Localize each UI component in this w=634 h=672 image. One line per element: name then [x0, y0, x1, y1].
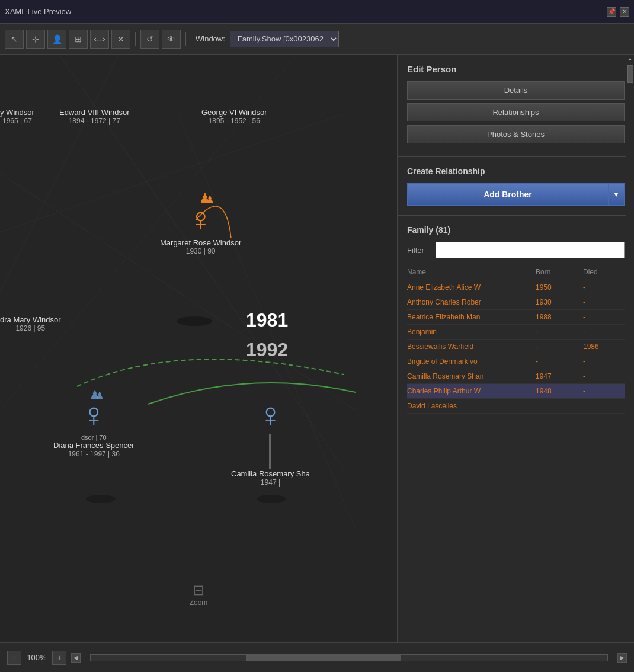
family-rows-container: Anne Elizabeth Alice W 1950 - Anthony Ch…: [407, 280, 625, 414]
person-node-3[interactable]: George VI Windsor 1895 - 1952 | 56: [201, 108, 267, 125]
scrollbar-thumb[interactable]: [246, 655, 401, 661]
year-1981: 1981: [246, 309, 288, 331]
svg-line-2: [0, 55, 119, 292]
table-row[interactable]: Birgitte of Denmark vo - -: [407, 354, 625, 369]
scroll-thumb[interactable]: [627, 65, 633, 83]
table-row[interactable]: Camilla Rosemary Shan 1947 -: [407, 369, 625, 384]
group-tool-button[interactable]: 👤: [47, 30, 66, 49]
title-bar: XAML Live Preview 📌 ✕: [0, 0, 634, 24]
details-button[interactable]: Details: [407, 81, 625, 100]
svg-point-6: [177, 316, 212, 326]
toolbar: ↖ ⊹ 👤 ⊞ ⟺ ✕ ↺ 👁 Window: Family.Show [0x0…: [0, 24, 634, 55]
pin-button[interactable]: 📌: [607, 7, 616, 17]
zoom-level: 100%: [26, 653, 47, 662]
table-row[interactable]: Beatrice Elizabeth Man 1988 -: [407, 310, 625, 325]
add-brother-container: Add Brother ▼: [407, 183, 625, 206]
year-1992: 1992: [246, 339, 288, 361]
preview-button[interactable]: 👁: [162, 30, 181, 49]
filter-label: Filter: [407, 246, 431, 255]
col-name: Name: [407, 268, 536, 276]
scroll-right-arrow[interactable]: ▶: [617, 653, 627, 663]
filter-input[interactable]: [436, 242, 625, 258]
table-row[interactable]: Anthony Charles Rober 1930 -: [407, 295, 625, 310]
person-node-5[interactable]: dra Mary Windsor 1926 | 95: [0, 315, 61, 332]
zoom-in-button[interactable]: +: [52, 651, 66, 665]
right-panel: Edit Person Details Relationships Photos…: [397, 55, 634, 642]
svg-point-8: [257, 495, 286, 503]
zoom-out-button[interactable]: −: [7, 651, 21, 665]
create-relationship-section: Create Relationship Add Brother ▼: [398, 157, 634, 216]
canvas-area[interactable]: y Windsor 1965 | 67 Edward VIII Windsor …: [0, 55, 397, 642]
cursor-tool-button[interactable]: ↖: [5, 30, 24, 49]
undo-button[interactable]: ↺: [140, 30, 159, 49]
table-header: Name Born Died: [407, 265, 625, 279]
table-row[interactable]: Anne Elizabeth Alice W 1950 -: [407, 280, 625, 295]
person-node-2[interactable]: Edward VIII Windsor 1894 - 1972 | 77: [59, 108, 130, 125]
canvas-svg: [0, 55, 397, 642]
relationships-button[interactable]: Relationships: [407, 103, 625, 121]
photos-stories-button[interactable]: Photos & Stories: [407, 125, 625, 143]
separator: [135, 32, 136, 46]
col-born: Born: [536, 268, 583, 276]
person-node-1[interactable]: y Windsor 1965 | 67: [0, 108, 34, 125]
window-label: Window:: [196, 34, 225, 43]
col-died: Died: [583, 268, 625, 276]
table-row[interactable]: Benjamin - -: [407, 325, 625, 340]
edit-person-title: Edit Person: [407, 64, 625, 74]
family-title: Family (81): [407, 225, 625, 235]
person-node-camilla[interactable]: ♀ Camilla Rosemary Sha 1947 |: [231, 398, 310, 487]
close-button[interactable]: ✕: [620, 7, 629, 17]
svg-point-7: [86, 495, 116, 503]
table-row[interactable]: Charles Philip Arthur W 1948 -: [407, 384, 625, 399]
bottom-bar: − 100% + ◀ ▶: [0, 642, 634, 672]
layout-tool-button[interactable]: ⊞: [69, 30, 88, 49]
title-controls: 📌 ✕: [607, 7, 629, 17]
zoom-widget: ⊟ Zoom: [190, 582, 208, 607]
add-brother-button[interactable]: Add Brother: [407, 183, 608, 206]
scroll-left-arrow[interactable]: ◀: [71, 653, 81, 663]
person-node-diana[interactable]: ♟ ♟ ♀ dsor | 70 Diana Frances Spencer 19…: [53, 398, 135, 458]
create-relationship-title: Create Relationship: [407, 167, 625, 176]
separator2: [185, 32, 186, 46]
right-scrollbar: ▲: [626, 55, 634, 613]
person-node-margaret[interactable]: ♟ ♟ ♀ Margaret Rose Windsor 1930 | 90: [160, 203, 241, 255]
main-area: y Windsor 1965 | 67 Edward VIII Windsor …: [0, 55, 634, 642]
window-select[interactable]: Family.Show [0x0023062: [230, 31, 339, 47]
scroll-up-arrow[interactable]: ▲: [626, 55, 635, 63]
edit-person-section: Edit Person Details Relationships Photos…: [398, 55, 634, 157]
horizontal-scrollbar[interactable]: [90, 654, 608, 661]
table-row[interactable]: Bessiewallis Warfield - 1986: [407, 340, 625, 354]
zoom-label: Zoom: [190, 599, 208, 607]
select-tool-button[interactable]: ⊹: [26, 30, 45, 49]
family-section: Family (81) Filter Name Born Died Anne E…: [398, 216, 634, 642]
measure-tool-button[interactable]: ⟺: [90, 30, 109, 49]
table-row[interactable]: David Lascelles: [407, 399, 625, 414]
app-title: XAML Live Preview: [5, 7, 607, 16]
clear-button[interactable]: ✕: [111, 30, 130, 49]
filter-row: Filter: [407, 242, 625, 258]
zoom-slider-icon: ⊟: [190, 582, 208, 599]
family-table: Name Born Died Anne Elizabeth Alice W 19…: [407, 265, 625, 633]
add-brother-dropdown[interactable]: ▼: [608, 183, 625, 206]
